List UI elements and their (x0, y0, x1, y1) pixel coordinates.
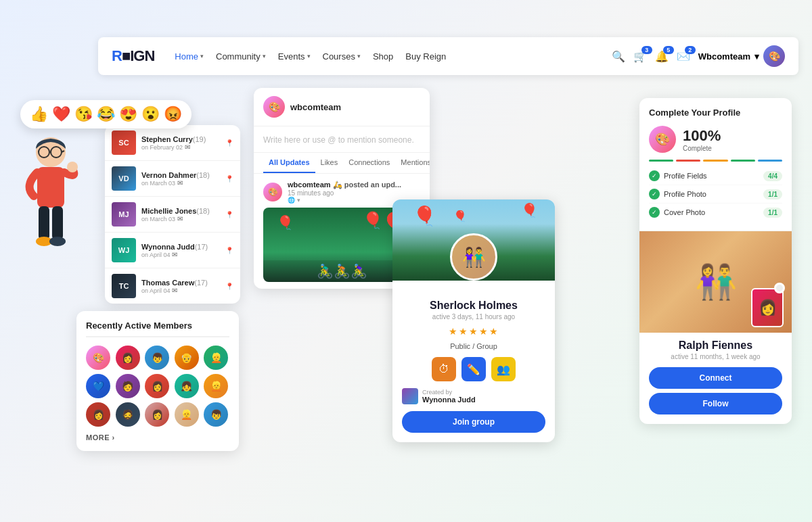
member-avatar[interactable]: 👱 (175, 402, 199, 427)
love-eyes-emoji[interactable]: 😍 (119, 105, 137, 123)
feed-compose-area[interactable]: Write here or use @ to mention someone. (254, 126, 430, 153)
message-info: Wynonna Judd(17) on April 04 ✉ (141, 243, 220, 258)
search-button[interactable]: 🔍 (612, 50, 625, 63)
member-avatar[interactable]: 👩 (86, 402, 110, 427)
user-avatar: VD (112, 166, 136, 191)
angry-emoji[interactable]: 😡 (164, 105, 182, 123)
member-avatar[interactable]: 🧔 (116, 402, 140, 427)
navbar: R■IGN Home ▾ Community ▾ Events ▾ Course… (98, 37, 798, 75)
field-name: Cover Photo (664, 208, 705, 216)
message-item[interactable]: WJ Wynonna Judd(17) on April 04 ✉ 📍 (105, 233, 240, 268)
person-name: Ralph Fiennes (649, 339, 782, 352)
field-count: 4/4 (763, 171, 782, 181)
group-members-icon[interactable]: 👥 (491, 357, 516, 381)
nav-shop[interactable]: Shop (373, 51, 393, 62)
messages-button[interactable]: ✉️ 2 (677, 50, 690, 63)
nav-home[interactable]: Home ▾ (175, 51, 204, 62)
member-avatar[interactable]: 👱 (204, 374, 228, 398)
member-avatar[interactable]: 💙 (86, 374, 110, 398)
post-time: 15 minutes ago (288, 189, 420, 197)
join-group-button[interactable]: Join group (402, 411, 545, 433)
message-info: Thomas Carew(17) on April 04 ✉ (141, 279, 220, 294)
cover-bg: 👫 👩 (639, 231, 792, 333)
group-edit-icon[interactable]: ✏️ (461, 357, 486, 381)
tab-likes[interactable]: Likes (315, 153, 344, 173)
message-item[interactable]: VD Vernon Dahmer(18) on March 03 ✉ 📍 (105, 161, 240, 197)
progress-segment (758, 160, 782, 162)
laugh-emoji[interactable]: 😂 (97, 105, 115, 123)
user-avatar: MJ (112, 202, 136, 227)
more-members-link[interactable]: MORE › (86, 433, 229, 442)
profile-complete-section: Complete Your Profile 🎨 100% Complete ✓ (639, 98, 792, 231)
profile-card: Complete Your Profile 🎨 100% Complete ✓ (639, 98, 792, 424)
brand-logo[interactable]: R■IGN (112, 47, 154, 65)
message-item[interactable]: TC Thomas Carew(17) on April 04 ✉ 📍 (105, 268, 240, 304)
creator-name: Wynonna Judd (422, 396, 476, 404)
nav-community[interactable]: Community ▾ (216, 51, 266, 62)
feed-user-avatar: 🎨 (263, 96, 285, 118)
tab-connections[interactable]: Connections (343, 153, 395, 173)
member-avatar[interactable]: 👧 (175, 374, 199, 398)
notifications-badge: 5 (663, 46, 674, 54)
nav-courses[interactable]: Courses ▾ (323, 51, 361, 62)
messages-card: SC Stephen Curry(19) on February 02 ✉ 📍 … (105, 125, 240, 304)
svg-rect-6 (37, 167, 64, 208)
feed-header: 🎨 wbcomteam (254, 88, 430, 126)
members-card-title: Recently Active Members (86, 321, 229, 331)
wow-emoji[interactable]: 😮 (141, 105, 160, 123)
person-activity: active 11 months, 1 week ago (649, 353, 782, 360)
check-icon: ✓ (649, 189, 660, 199)
progress-segment (703, 160, 727, 162)
nav-buy-reign[interactable]: Buy Reign (405, 51, 446, 62)
kiss-emoji[interactable]: 😘 (74, 105, 93, 123)
couple-image: 👫 (695, 262, 737, 302)
like-emoji[interactable]: 👍 (30, 105, 48, 123)
tab-mentions[interactable]: Mentions (395, 153, 430, 173)
group-name: Sherlock Holmes (402, 300, 545, 312)
group-feed-icon[interactable]: ⏱ (432, 357, 456, 381)
progress-segment (676, 160, 700, 162)
group-rating-stars: ★★★★★ (402, 326, 545, 337)
person-info: Ralph Fiennes active 11 months, 1 week a… (639, 333, 792, 424)
member-avatar[interactable]: 🧑 (116, 374, 140, 398)
member-avatar[interactable]: 👦 (145, 346, 169, 370)
tab-all-updates[interactable]: All Updates (263, 153, 315, 173)
post-action: 🛵 posted an upd... (333, 181, 401, 189)
message-info: Michellie Jones(18) on March 03 ✉ (141, 207, 220, 222)
small-avatar-overlay: 👩 (751, 288, 784, 327)
user-avatar: WJ (112, 238, 136, 262)
group-card: 🎈 🎈 🎈 👫 Sherlock Holmes active 3 days, 1… (392, 199, 555, 442)
chevron-down-icon: ▾ (754, 51, 759, 62)
page-background: R■IGN Home ▾ Community ▾ Events ▾ Course… (0, 0, 812, 522)
member-avatar[interactable]: 👩 (145, 374, 169, 398)
logo-r: R (112, 47, 122, 64)
member-avatar[interactable]: 👱 (204, 346, 228, 370)
profile-percentage: 100% (683, 127, 721, 145)
balloon3-icon: 🎈 (277, 214, 294, 231)
member-avatar[interactable]: 👦 (204, 402, 228, 427)
follow-button[interactable]: Follow (649, 393, 782, 414)
person-cover-image: 👫 👩 (639, 231, 792, 333)
connect-button[interactable]: Connect (649, 367, 782, 389)
member-avatar[interactable]: 👩 (145, 402, 169, 427)
message-item[interactable]: SC Stephen Curry(19) on February 02 ✉ 📍 (105, 125, 240, 161)
heart-emoji[interactable]: ❤️ (52, 105, 70, 123)
user-menu[interactable]: Wbcomteam ▾ 🎨 (698, 45, 785, 67)
group-type: Public / Group (402, 342, 545, 350)
notifications-button[interactable]: 🔔 5 (655, 50, 669, 63)
members-grid: 🎨 👩 👦 👴 👱 💙 🧑 👩 👧 👱 👩 🧔 👩 👱 👦 (86, 346, 229, 427)
member-avatar[interactable]: 🎨 (86, 346, 110, 370)
feed-tabs: All Updates Likes Connections Mentions F… (254, 153, 430, 174)
message-item[interactable]: MJ Michellie Jones(18) on March 03 ✉ 📍 (105, 197, 240, 233)
group-cover-image: 🎈 🎈 🎈 👫 (392, 199, 555, 281)
member-avatar[interactable]: 👩 (116, 346, 140, 370)
pin-icon: 📍 (225, 175, 233, 183)
member-avatar[interactable]: 👴 (175, 346, 199, 370)
nav-events[interactable]: Events ▾ (278, 51, 311, 62)
check-icon: ✓ (649, 170, 660, 181)
creator-label: Created by (422, 389, 476, 396)
field-count: 1/1 (763, 208, 782, 218)
pin-icon: 📍 (225, 283, 233, 290)
cart-button[interactable]: 🛒 3 (633, 50, 647, 63)
group-body: Sherlock Holmes active 3 days, 11 hours … (392, 281, 555, 442)
